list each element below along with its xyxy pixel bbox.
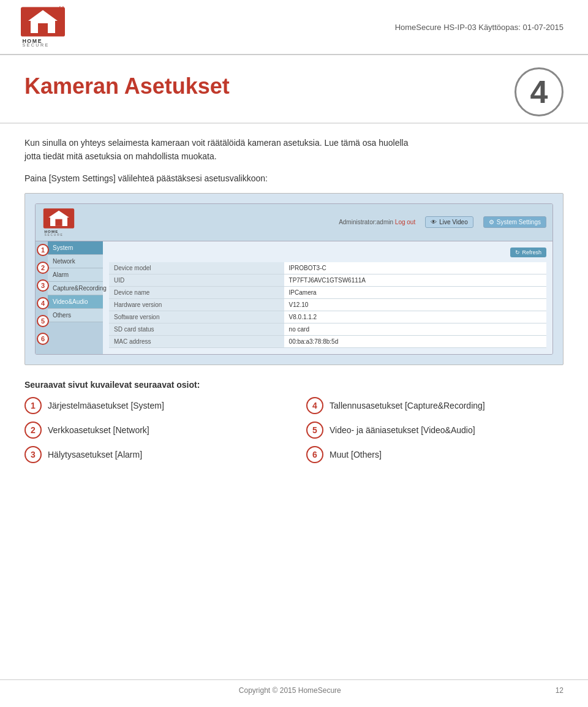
chapter-title: Kameran Asetukset [24,67,514,99]
feature-label: Hälytysasetukset [Alarm] [48,450,142,459]
table-cell-key: UID [109,274,284,286]
body-content: Kun sinulla on yhteys selaimesta kameraa… [0,124,588,475]
feature-list: 1 Järjestelmäasetukset [System] 4 Tallen… [24,397,564,463]
table-cell-key: Device model [109,262,284,274]
feature-badge: 3 [24,446,42,463]
feature-item: 5 Video- ja ääniasetukset [Video&Audio] [306,422,564,439]
device-info-table: Device modelIPROBOT3-CUIDTP7FTJ6AVC1GTSW… [109,262,546,348]
live-video-btn[interactable]: 👁 Live Video [425,216,473,228]
mini-ui-body: 1 System 2 Network 3 Alarm 4 Capture&Rec… [36,241,552,354]
sidebar-badge-1: 1 [37,244,49,256]
table-row: Device modelIPROBOT3-C [109,262,546,274]
page-footer: Copyright © 2015 HomeSecure 12 [0,679,588,695]
svg-rect-9 [55,219,62,225]
table-cell-value: IPROBOT3-C [284,262,546,274]
sidebar-item-others[interactable]: Others [48,309,103,322]
sidebar-badge-6: 6 [37,333,49,345]
feature-label: Järjestelmäasetukset [System] [48,401,164,410]
following-section-label: Seuraavat sivut kuvailevat seuraavat osi… [24,380,564,390]
intro-text: Kun sinulla on yhteys selaimesta kameraa… [24,136,564,164]
table-cell-value: IPCamera [284,286,546,298]
sidebar-badge-2: 2 [37,262,49,274]
header-doc-title: HomeSecure HS-IP-03 Käyttöopas: 01-07-20… [395,23,564,32]
mini-logo-icon: HOME SECURE [42,208,76,237]
table-row: UIDTP7FTJ6AVC1GTSW6111A [109,274,546,286]
admin-text: Administrator:admin Log out [339,219,415,225]
sidebar-badge-5: 5 [37,315,49,327]
table-cell-key: Software version [109,311,284,323]
table-cell-value: V12.10 [284,298,546,311]
instruction-text: Paina [System Settings] välilehteä pääst… [24,173,564,183]
feature-item: 2 Verkkoasetukset [Network] [24,422,282,439]
table-cell-value: V8.0.1.1.2 [284,311,546,323]
mini-sidebar: 1 System 2 Network 3 Alarm 4 Capture&Rec… [36,241,103,354]
svg-text:SECURE: SECURE [22,42,49,48]
table-cell-value: no card [284,323,546,335]
footer-page-number: 12 [556,686,564,695]
feature-badge: 2 [24,422,42,439]
feature-item: 4 Tallennusasetukset [Capture&Recording] [306,397,564,414]
feature-badge: 1 [24,397,42,414]
svg-text:HOME: HOME [44,229,58,233]
table-cell-value: TP7FTJ6AVC1GTSW6111A [284,274,546,286]
table-row: Device nameIPCamera [109,286,546,298]
table-cell-key: Device name [109,286,284,298]
table-row: Hardware versionV12.10 [109,298,546,311]
sidebar-item-capture[interactable]: Capture&Recording [48,282,103,295]
feature-label: Muut [Others] [330,450,382,459]
feature-badge: 4 [306,397,323,414]
table-cell-value: 00:ba:a3:78:8b:5d [284,335,546,347]
feature-label: Tallennusasetukset [Capture&Recording] [330,401,485,410]
feature-label: Verkkoasetukset [Network] [48,425,149,435]
feature-badge: 6 [306,446,323,463]
feature-item: 1 Järjestelmäasetukset [System] [24,397,282,414]
table-cell-key: Hardware version [109,298,284,311]
mini-ui-header: HOME SECURE Administrator:admin Log out … [36,204,552,241]
sidebar-item-network[interactable]: Network [48,255,103,268]
table-row: SD card statusno card [109,323,546,335]
logout-link[interactable]: Log out [395,219,415,225]
sidebar-item-alarm[interactable]: Alarm [48,268,103,282]
table-cell-key: SD card status [109,323,284,335]
svg-text:R: R [61,7,62,10]
chapter-number: 4 [514,67,564,116]
mini-main-content: ↻ Refresh Device modelIPROBOT3-CUIDTP7FT… [103,241,552,354]
homesecure-logo-icon: HOME SECURE R [18,6,67,48]
feature-item: 6 Muut [Others] [306,446,564,463]
refresh-button[interactable]: ↻ Refresh [510,248,546,257]
page-header: HOME SECURE R HomeSecure HS-IP-03 Käyttö… [0,0,588,55]
feature-label: Video- ja ääniasetukset [Video&Audio] [330,425,475,435]
feature-item: 3 Hälytysasetukset [Alarm] [24,446,282,463]
system-settings-btn[interactable]: ⚙ System Settings [483,216,546,228]
svg-text:SECURE: SECURE [44,233,63,236]
svg-rect-2 [38,23,48,33]
mini-logo: HOME SECURE [42,208,76,237]
table-row: Software versionV8.0.1.1.2 [109,311,546,323]
footer-copyright: Copyright © 2015 HomeSecure [24,686,556,695]
mini-toolbar: ↻ Refresh [109,248,546,257]
sidebar-badge-4: 4 [37,297,49,309]
mini-header-right: Administrator:admin Log out 👁 Live Video… [339,216,546,228]
table-row: MAC address00:ba:a3:78:8b:5d [109,335,546,347]
sidebar-badge-3: 3 [37,279,49,292]
sidebar-item-video[interactable]: Video&Audio [48,295,103,309]
logo-container: HOME SECURE R [18,6,67,48]
screenshot-box: HOME SECURE Administrator:admin Log out … [24,193,564,365]
chapter-section: Kameran Asetukset 4 [0,55,588,124]
table-cell-key: MAC address [109,335,284,347]
feature-badge: 5 [306,422,323,439]
sidebar-item-system[interactable]: System [48,241,103,255]
mini-ui: HOME SECURE Administrator:admin Log out … [35,203,553,355]
refresh-icon: ↻ [515,249,520,255]
